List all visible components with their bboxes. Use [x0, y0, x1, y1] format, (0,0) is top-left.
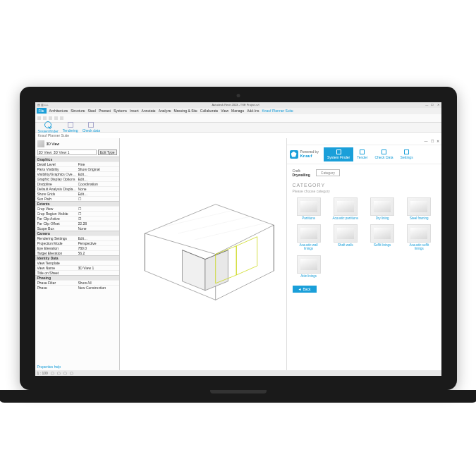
- minimize-button[interactable]: —: [425, 103, 428, 106]
- category-item[interactable]: Partitions: [293, 197, 325, 221]
- tab-check-data[interactable]: Check Data: [371, 147, 396, 161]
- category-item[interactable]: Acoustic partitions: [329, 197, 362, 221]
- type-dropdown[interactable]: 3D View: 3D View 1: [37, 149, 97, 155]
- menu-structure[interactable]: Structure: [71, 109, 85, 113]
- status-icon[interactable]: ▢: [70, 371, 73, 375]
- tab-tender[interactable]: Tender: [353, 147, 371, 161]
- ribbon-icon[interactable]: [43, 116, 47, 120]
- ribbon-icon[interactable]: [54, 116, 58, 120]
- property-value[interactable]: Perspective: [78, 241, 117, 245]
- property-section[interactable]: Graphics: [35, 157, 119, 161]
- menu-analyze[interactable]: Analyze: [159, 109, 171, 113]
- menu-manage[interactable]: Manage: [231, 109, 244, 113]
- category-item[interactable]: Attic linings: [293, 255, 325, 279]
- menu-insert[interactable]: Insert: [130, 109, 139, 113]
- menu-architecture[interactable]: Architecture: [49, 109, 68, 113]
- property-value[interactable]: Coordination: [78, 182, 117, 186]
- property-value[interactable]: Edit…: [78, 172, 117, 176]
- systemfinder-icon[interactable]: [44, 121, 51, 128]
- category-select[interactable]: Category: [316, 169, 340, 176]
- property-row[interactable]: Target Elevation56.2: [35, 250, 119, 255]
- property-value[interactable]: 56.2: [78, 251, 117, 255]
- property-row[interactable]: Sun Path☐: [35, 196, 119, 201]
- close-button[interactable]: ✕: [437, 103, 439, 106]
- properties-list[interactable]: GraphicsDetail LevelFineParts Visibility…: [35, 157, 119, 363]
- menu-steel[interactable]: Steel: [88, 109, 96, 113]
- category-item[interactable]: Acoustic soffit linings: [403, 224, 435, 251]
- property-row[interactable]: Phase FilterShow All: [35, 280, 119, 285]
- ribbon-icon[interactable]: [37, 116, 41, 120]
- property-value[interactable]: Edit…: [78, 192, 117, 196]
- property-value[interactable]: ☐: [78, 207, 117, 211]
- property-value[interactable]: ☐: [78, 212, 117, 216]
- status-icon[interactable]: ▢: [51, 371, 54, 375]
- menu-collaborate[interactable]: Collaborate: [200, 109, 219, 113]
- menu-annotate[interactable]: Annotate: [142, 109, 156, 113]
- category-item[interactable]: Shaft walls: [329, 224, 362, 251]
- plugin-close-button[interactable]: ✕: [437, 139, 439, 143]
- tab-system-finder[interactable]: System Finder: [324, 147, 353, 161]
- menu-file[interactable]: File: [37, 108, 47, 114]
- plugin-minimize-button[interactable]: —: [425, 139, 428, 143]
- property-row[interactable]: Show GridsEdit…: [35, 191, 119, 196]
- tendering-icon[interactable]: [68, 122, 73, 128]
- property-value[interactable]: Show All: [78, 281, 117, 285]
- property-value[interactable]: [78, 271, 117, 275]
- menu-addins[interactable]: Add-Ins: [247, 109, 259, 113]
- property-row[interactable]: Title on Sheet: [35, 270, 119, 275]
- property-row[interactable]: View Template: [35, 260, 119, 265]
- property-section[interactable]: Extents: [35, 201, 119, 206]
- ribbon-icon[interactable]: [49, 116, 52, 120]
- property-section[interactable]: Phasing: [35, 275, 119, 280]
- property-value[interactable]: [78, 261, 117, 265]
- property-value[interactable]: 780.0: [78, 246, 117, 250]
- ribbon-icon[interactable]: [60, 116, 63, 120]
- property-row[interactable]: View Name3D View 1: [35, 265, 119, 270]
- property-value[interactable]: ☑: [78, 216, 117, 221]
- property-row[interactable]: Far Clip Offset22.28: [35, 221, 119, 226]
- maximize-button[interactable]: ☐: [431, 103, 434, 106]
- property-row[interactable]: Far Clip Active☑: [35, 216, 119, 221]
- property-row[interactable]: Parts VisibilityShow Original: [35, 166, 119, 171]
- property-value[interactable]: New Construction: [78, 286, 117, 290]
- category-item[interactable]: Steel framing: [403, 197, 435, 221]
- menu-massing[interactable]: Massing & Site: [173, 109, 197, 113]
- property-row[interactable]: Visibility/Graphics Ove…Edit…: [35, 171, 119, 176]
- property-row[interactable]: Scope BoxNone: [35, 226, 119, 231]
- menu-systems[interactable]: Systems: [114, 109, 127, 113]
- category-item[interactable]: Acoustic wall linings: [293, 224, 325, 251]
- property-row[interactable]: Rendering SettingsEdit…: [35, 236, 119, 240]
- scale-label[interactable]: 1 : 100: [37, 371, 48, 375]
- properties-help-link[interactable]: Properties help: [35, 363, 119, 370]
- property-row[interactable]: Default Analysis Displa…None: [35, 186, 119, 191]
- property-row[interactable]: DisciplineCoordination: [35, 181, 119, 186]
- property-row[interactable]: Eye Elevation780.0: [35, 245, 119, 250]
- property-section[interactable]: Camera: [35, 231, 119, 236]
- status-icon[interactable]: ▢: [57, 371, 61, 375]
- property-value[interactable]: None: [78, 187, 117, 191]
- property-row[interactable]: Graphic Display OptionsEdit…: [35, 176, 119, 181]
- property-value[interactable]: Edit…: [78, 236, 117, 240]
- tab-settings[interactable]: Settings: [397, 147, 417, 161]
- menu-view[interactable]: View: [221, 109, 228, 113]
- property-value[interactable]: Show Original: [78, 167, 117, 171]
- menu-precast[interactable]: Precast: [99, 109, 111, 113]
- property-section[interactable]: Identity Data: [35, 255, 119, 260]
- edit-type-button[interactable]: Edit Type: [98, 149, 117, 155]
- status-icon[interactable]: ▢: [63, 371, 67, 375]
- property-row[interactable]: Crop View☐: [35, 206, 119, 211]
- property-value[interactable]: Fine: [78, 162, 117, 166]
- property-value[interactable]: ☐: [78, 197, 117, 201]
- property-value[interactable]: 22.28: [78, 221, 117, 226]
- checkdata-icon[interactable]: [88, 122, 94, 128]
- property-row[interactable]: PhaseNew Construction: [35, 285, 119, 290]
- viewport-3d[interactable]: [120, 138, 286, 370]
- category-item[interactable]: Dry lining: [366, 197, 398, 221]
- category-item[interactable]: Soffit linings: [366, 224, 398, 251]
- property-row[interactable]: Projection ModePerspective: [35, 240, 119, 245]
- property-value[interactable]: Edit…: [78, 177, 117, 181]
- back-button[interactable]: ◄ Back: [293, 286, 317, 293]
- plugin-maximize-button[interactable]: ☐: [431, 139, 434, 143]
- menu-knauf[interactable]: Knauf Planner Suite: [262, 109, 293, 113]
- property-value[interactable]: 3D View 1: [78, 266, 117, 270]
